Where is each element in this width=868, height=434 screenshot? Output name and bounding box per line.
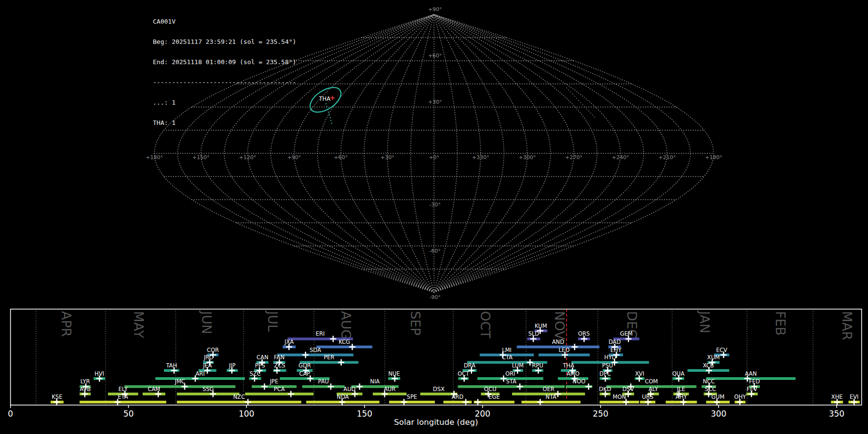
shower-code-label: OER: [542, 386, 554, 393]
x-tick-label: 100: [239, 409, 254, 419]
month-label: APR: [59, 311, 74, 337]
shower-activity-SLD: SLD: [527, 330, 540, 342]
shower-peak-marker: [585, 383, 592, 390]
month-label: FEB: [773, 311, 788, 336]
x-tick-label: 250: [593, 409, 608, 419]
x-tick-label: 50: [123, 409, 134, 419]
shower-activity-ARD: ARD: [443, 393, 472, 405]
shower-code-label: NIA: [370, 378, 380, 385]
longitude-label: +90°: [287, 154, 301, 161]
shower-activity-NZC: NZC: [177, 393, 301, 405]
sporadic-count: ...: 1: [153, 99, 296, 106]
shower-code-label: SPE: [407, 393, 418, 400]
shower-code-label: DRA: [464, 362, 475, 369]
shower-code-label: JPE: [270, 378, 279, 385]
shower-bar: [143, 393, 165, 395]
month-label: JUN: [199, 310, 214, 334]
shower-code-label: ECV: [716, 347, 727, 353]
shower-peak-marker: [537, 399, 543, 405]
month-label: AUG: [339, 311, 353, 339]
longitude-label: +150°: [192, 154, 210, 161]
x-tick-label: 350: [829, 409, 844, 419]
month-label: MAR: [840, 311, 854, 340]
shower-peak-marker: [288, 391, 294, 397]
shower-code-label: JRC: [203, 354, 213, 361]
month-label: MAY: [131, 311, 146, 339]
shower-code-label: EGE: [488, 393, 500, 400]
shower-activity-JXA: JXA: [283, 339, 296, 350]
map-meridian: [387, 14, 434, 292]
radiant-code-label: THA: [318, 95, 330, 102]
shower-activity-RPU: RPU: [532, 362, 543, 374]
shower-bar: [155, 377, 245, 380]
shower-bar: [373, 393, 407, 395]
shower-activity-NUE: NUE: [388, 370, 400, 382]
shower-code-label: GEM: [620, 330, 633, 337]
shower-activity-OHY: OHY: [734, 393, 746, 405]
shower-code-label: GUM: [711, 393, 724, 400]
shower-code-label: GDR: [298, 362, 311, 369]
radiants-and-activity-plot: +180°+150°+120°+90°+60°+30°+0°+330°+300°…: [0, 0, 868, 434]
shower-peak-marker: [517, 383, 523, 390]
shower-activity-QUA: QUA: [672, 370, 684, 382]
shower-bar: [302, 385, 345, 388]
shower-code-label: SDA: [310, 347, 321, 353]
shower-code-label: DSX: [433, 386, 445, 393]
longitude-label: +270°: [565, 154, 583, 161]
longitude-label: +240°: [612, 154, 629, 161]
shower-code-label: ETA: [118, 393, 128, 400]
shower-bar: [80, 401, 166, 404]
meteor-radiant-screenshot: +180°+150°+120°+90°+60°+30°+0°+330°+300°…: [0, 0, 868, 434]
shower-code-label: JLE: [677, 386, 685, 393]
longitude-label: +120°: [239, 154, 257, 161]
shower-code-label: AMO: [567, 370, 580, 377]
shower-code-label: KUM: [535, 323, 547, 329]
shower-peak-marker: [475, 399, 481, 405]
shower-code-label: PCA: [274, 386, 285, 393]
shower-bar: [277, 353, 353, 356]
x-tick-label: 300: [711, 409, 726, 419]
shower-activity-OCT: OCT: [458, 370, 470, 382]
shower-bar: [389, 401, 435, 404]
shower-bar: [521, 401, 580, 404]
month-label: JAN: [697, 310, 712, 333]
shower-code-label: ORI: [505, 370, 515, 377]
station-code: CA001V: [153, 18, 296, 25]
shower-activity-ETA: ETA: [80, 393, 166, 405]
shower-code-label: FEV: [747, 386, 758, 393]
month-label: JUL: [265, 310, 280, 332]
shower-peak-marker: [571, 344, 578, 350]
tha-count: THA: 1: [153, 120, 296, 126]
shower-activity-JIP: JIP: [227, 362, 238, 374]
shower-activity-EGE: EGE: [474, 393, 515, 405]
shower-activity-TAH: TAH: [164, 362, 179, 374]
shower-activity-XHE: XHE: [831, 393, 843, 405]
latitude-label: +30°: [428, 99, 442, 105]
x-axis-title: Solar longitude (deg): [394, 418, 478, 427]
shower-peak-marker: [245, 399, 251, 405]
shower-bar: [517, 346, 599, 349]
latitude-label: +90°: [428, 6, 442, 13]
shower-bar: [177, 401, 301, 404]
x-tick-label: 0: [8, 409, 13, 419]
shower-code-label: NOO: [572, 378, 585, 385]
shower-peak-marker: [356, 383, 363, 390]
longitude-label: +330°: [472, 154, 489, 161]
shower-activity-KSE: KSE: [51, 393, 64, 405]
separator-line: --------------------------------------: [153, 79, 296, 86]
shower-activity-XVI: XVI: [635, 370, 644, 382]
x-tick-label: 150: [357, 409, 372, 419]
shower-peak-marker: [462, 399, 469, 405]
shower-code-label: ARI: [195, 370, 204, 377]
shower-code-label: ZCS: [274, 362, 285, 369]
shower-activity-DPC: DPC: [599, 370, 611, 382]
shower-activity-FEV: FEV: [746, 386, 758, 397]
shower-code-label: NTA: [545, 393, 556, 400]
shower-activity-URS: URS: [640, 393, 655, 405]
shower-activity-SPE: SPE: [389, 393, 435, 405]
shower-activity-AHY: AHY: [666, 393, 697, 405]
shower-code-label: SSG: [203, 386, 214, 393]
longitude-label: +0°: [429, 154, 439, 161]
shower-code-label: SCC: [705, 386, 716, 393]
month-label: OCT: [478, 311, 493, 339]
